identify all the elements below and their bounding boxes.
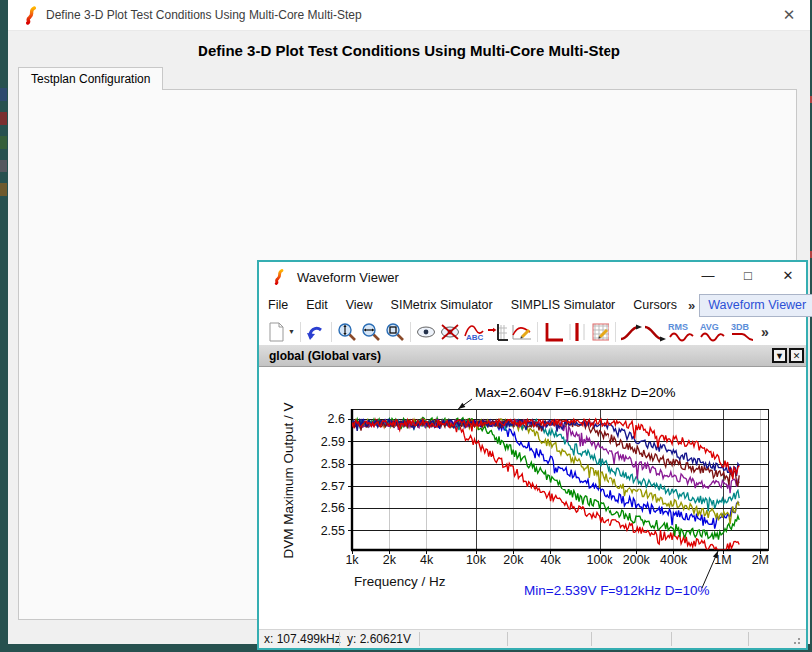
svg-text:Frequency / Hz: Frequency / Hz <box>354 574 446 589</box>
svg-text:400k: 400k <box>660 553 688 567</box>
svg-text:ABC: ABC <box>466 333 484 342</box>
edit-grid-icon[interactable] <box>589 320 612 344</box>
svg-text:20k: 20k <box>503 553 524 567</box>
viewer-statusbar: x: 107.499kHz y: 2.60621V <box>259 629 806 648</box>
label-curve-icon[interactable]: ABC <box>462 320 486 344</box>
dialog-title: Define 3-D Plot Test Conditions Using Mu… <box>46 8 362 22</box>
page-title: Define 3-D Plot Test Conditions Using Mu… <box>8 42 810 59</box>
waveform-viewer-window: Waveform Viewer — □ ✕ FileEditViewSIMetr… <box>257 260 808 650</box>
mode-select[interactable]: Waveform Viewer ▼ <box>699 294 812 317</box>
background-taskbar-chip <box>0 136 7 149</box>
svg-text:2k: 2k <box>383 553 397 567</box>
cursor-y-readout: y: 2.60621V <box>347 632 411 646</box>
chevron-down-icon[interactable]: ▼ <box>288 328 295 335</box>
svg-text:4k: 4k <box>420 553 434 567</box>
zoom-y-icon[interactable] <box>335 320 359 344</box>
undo-icon[interactable] <box>304 320 328 344</box>
menu-view[interactable]: View <box>337 295 382 315</box>
svg-text:2.55: 2.55 <box>321 524 345 538</box>
viewer-menubar: FileEditViewSIMetrix SimulatorSIMPLIS Si… <box>259 292 806 318</box>
cursor-x-readout: x: 107.499kHz <box>264 632 341 646</box>
svg-text:2.57: 2.57 <box>321 480 345 493</box>
svg-text:2.6: 2.6 <box>328 412 345 426</box>
graph-tab-label: global (Global vars) <box>269 349 772 363</box>
menu-edit[interactable]: Edit <box>297 295 337 315</box>
background-taskbar-chip <box>0 160 7 172</box>
svg-text:2.56: 2.56 <box>321 501 345 515</box>
add-grid-icon[interactable] <box>541 320 565 344</box>
menu-simplis-simulator[interactable]: SIMPLIS Simulator <box>502 295 625 315</box>
viewer-title: Waveform Viewer <box>297 270 399 285</box>
simetrix-logo-icon <box>24 6 39 25</box>
curve-D=20%[interactable] <box>352 418 739 540</box>
close-icon[interactable]: ✕ <box>780 268 796 283</box>
svg-text:40k: 40k <box>541 553 562 567</box>
max-annotation: Max=2.604V F=6.918kHz D=20% <box>475 385 676 400</box>
add-y-axis-icon[interactable] <box>565 320 589 344</box>
3db-icon[interactable]: 3DB <box>729 320 760 344</box>
dialog-titlebar[interactable]: Define 3-D Plot Test Conditions Using Mu… <box>8 0 810 31</box>
graph-list-dropdown-icon[interactable]: ▼ <box>772 348 787 363</box>
svg-text:10k: 10k <box>466 553 487 567</box>
menu-file[interactable]: File <box>259 295 297 315</box>
rms-icon[interactable]: RMS <box>667 320 698 344</box>
svg-text:2M: 2M <box>752 553 769 567</box>
curve-rise-icon[interactable] <box>619 320 643 344</box>
dialog-close-icon[interactable]: ✕ <box>780 6 798 24</box>
avg-icon[interactable]: AVG <box>698 320 729 344</box>
tab-testplan-configuration[interactable]: Testplan Configuration <box>18 67 163 90</box>
background-taskbar-chip <box>0 88 7 101</box>
svg-text:RMS: RMS <box>668 322 688 332</box>
zoom-box-icon[interactable] <box>383 320 407 344</box>
graph-close-icon[interactable]: ✕ <box>789 348 804 363</box>
maximize-icon[interactable]: □ <box>740 268 756 283</box>
add-axis-icon[interactable] <box>486 320 510 344</box>
graph-tab-bar[interactable]: global (Global vars) ▼ ✕ <box>259 345 806 367</box>
show-curve-icon[interactable] <box>414 320 438 344</box>
background-taskbar-chip <box>0 112 7 125</box>
new-document-icon[interactable] <box>264 320 288 344</box>
svg-text:DVM Maximum Output / V: DVM Maximum Output / V <box>281 403 296 559</box>
svg-text:2.59: 2.59 <box>321 435 345 449</box>
toolbar-overflow-icon[interactable]: » <box>761 324 769 340</box>
svg-text:AVG: AVG <box>700 322 719 332</box>
simetrix-logo-icon <box>273 268 286 286</box>
svg-text:3DB: 3DB <box>731 322 750 332</box>
viewer-toolbar: ▼ ABC <box>259 318 806 345</box>
menu-simetrix-simulator[interactable]: SIMetrix Simulator <box>382 295 502 315</box>
svg-text:100k: 100k <box>586 553 613 567</box>
zoom-x-icon[interactable] <box>359 320 383 344</box>
edit-curve-icon[interactable] <box>510 320 534 344</box>
min-annotation: Min=2.539V F=912kHz D=10% <box>524 583 709 598</box>
background-taskbar-chip <box>0 183 7 196</box>
minimize-icon[interactable]: — <box>700 268 716 283</box>
svg-text:2.58: 2.58 <box>321 457 345 471</box>
menu-overflow-icon[interactable]: » <box>686 298 699 313</box>
svg-text:1k: 1k <box>345 553 359 567</box>
waveform-plot[interactable]: 1k2k4k10k20k40k100k200k400k1M2M2.62.592.… <box>259 367 806 629</box>
viewer-titlebar[interactable]: Waveform Viewer — □ ✕ <box>259 262 806 292</box>
resize-grip[interactable] <box>793 635 803 645</box>
svg-text:200k: 200k <box>623 553 651 567</box>
curve-fall-icon[interactable] <box>643 320 667 344</box>
hide-curve-icon[interactable] <box>438 320 462 344</box>
menu-cursors[interactable]: Cursors <box>624 295 686 315</box>
